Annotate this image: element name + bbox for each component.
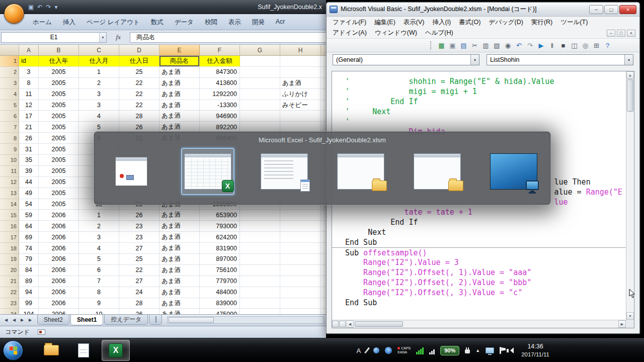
procedure-dropdown-arrow-icon[interactable]: ▼ [624, 55, 633, 65]
cell-C18[interactable]: 4 [79, 243, 119, 254]
sheet-tab-控えデータ[interactable]: 控えデータ [104, 315, 148, 325]
cell-A22[interactable]: 94 [19, 287, 39, 298]
cell-E6[interactable]: あま酒 [159, 111, 200, 122]
row-header-9[interactable]: 9 [0, 144, 19, 155]
cell-D19[interactable]: 25 [119, 254, 159, 265]
last-sheet-button[interactable]: ▶ [26, 316, 34, 324]
cell-E19[interactable]: あま酒 [159, 254, 200, 265]
vbe-menu-5[interactable]: 書式(O) [455, 17, 485, 28]
insert-userform-icon[interactable]: ▣ [448, 41, 457, 50]
cell-F5[interactable]: -13300 [200, 100, 240, 111]
cell-A19[interactable]: 79 [19, 254, 39, 265]
cell-F1[interactable]: 仕入金額 [200, 56, 240, 67]
clock[interactable]: 14:362017/11/11 [521, 342, 549, 358]
cell-D23[interactable]: 28 [119, 298, 159, 309]
code-vertical-scrollbar[interactable]: ▲ ▼ [626, 71, 634, 320]
help-icon[interactable]: ? [603, 41, 612, 50]
cell-E20[interactable]: あま酒 [159, 265, 200, 276]
cell-D15[interactable]: 26 [119, 210, 159, 221]
cell-C21[interactable]: 7 [79, 276, 119, 287]
action-center-flag-icon[interactable] [500, 347, 501, 354]
show-hidden-icons-button[interactable]: ▲ [475, 348, 480, 353]
row-header-17[interactable]: 17 [0, 232, 19, 243]
cell-D2[interactable]: 25 [119, 67, 159, 78]
redo-icon[interactable]: ↷ [525, 41, 535, 50]
row-header-23[interactable]: 23 [0, 298, 19, 309]
cell-F4[interactable]: 1292200 [200, 89, 240, 100]
procedure-dropdown[interactable]: ListShohin ▼ [487, 54, 633, 65]
cell-H23[interactable] [280, 298, 321, 309]
cell-H3[interactable]: あま酒 [280, 78, 321, 89]
cell-C4[interactable]: 3 [79, 89, 119, 100]
horizontal-scrollbar-thumb[interactable] [169, 317, 214, 323]
vbe-menu-10[interactable]: ウィンドウ(W) [371, 28, 421, 38]
cell-B19[interactable]: 2006 [39, 254, 79, 265]
cell-F15[interactable]: 653900 [200, 210, 240, 221]
project-explorer-icon[interactable]: ◫ [570, 41, 579, 50]
cell-C17[interactable]: 3 [79, 232, 119, 243]
column-header-D[interactable]: D [119, 45, 159, 55]
folder-window-thumbnail[interactable] [334, 148, 387, 195]
macro-record-icon[interactable] [38, 329, 45, 335]
cell-G20[interactable] [240, 265, 280, 276]
office-button[interactable] [4, 4, 24, 24]
break-icon[interactable]: ‖ [547, 41, 557, 50]
row-header-19[interactable]: 19 [0, 254, 19, 265]
insert-function-icon[interactable]: fx [107, 33, 130, 41]
volume-icon[interactable] [507, 347, 514, 353]
vbe-menu-6[interactable]: デバッグ(D) [485, 17, 527, 28]
column-header-A[interactable]: A [19, 45, 39, 55]
cell-H21[interactable] [280, 276, 321, 287]
row-header-6[interactable]: 6 [0, 111, 19, 122]
cell-D20[interactable]: 22 [119, 265, 159, 276]
vbe-menu-11[interactable]: ヘルプ(H) [421, 28, 457, 38]
cell-A24[interactable]: 104 [19, 309, 39, 314]
child-restore-button[interactable]: □ [617, 30, 625, 37]
cell-D6[interactable]: 28 [119, 111, 159, 122]
cell-G24[interactable] [240, 309, 280, 314]
vbe-menu-4[interactable]: 挿入(I) [428, 17, 455, 28]
cell-H19[interactable] [280, 254, 321, 265]
folder-window-2-thumbnail[interactable] [411, 148, 464, 195]
row-header-5[interactable]: 5 [0, 100, 19, 111]
formula-bar[interactable]: 商品名 [130, 32, 326, 43]
cell-D21[interactable]: 27 [119, 276, 159, 287]
cell-B14[interactable]: 2005 [39, 199, 79, 210]
cell-H4[interactable]: ふりかけ [280, 89, 321, 100]
caps-kana-indicator[interactable]: CAPSKANA [397, 346, 411, 355]
sheet-tab-Sheet1[interactable]: Sheet1 [70, 315, 103, 325]
vbe-menu-7[interactable]: 実行(R) [527, 17, 556, 28]
split-handle-1[interactable] [332, 321, 339, 327]
cell-B8[interactable]: 2005 [39, 133, 79, 144]
cell-A23[interactable]: 99 [19, 298, 39, 309]
cell-B16[interactable]: 2006 [39, 221, 79, 232]
cell-B12[interactable]: 2005 [39, 177, 79, 188]
cell-B22[interactable]: 2006 [39, 287, 79, 298]
cell-E22[interactable]: あま酒 [159, 287, 200, 298]
cell-A11[interactable]: 39 [19, 166, 39, 177]
close-button[interactable]: × [619, 5, 636, 14]
cell-G15[interactable] [240, 210, 280, 221]
copy-icon[interactable]: ▥ [481, 41, 491, 50]
cell-B18[interactable]: 2006 [39, 243, 79, 254]
cell-C16[interactable]: 2 [79, 221, 119, 232]
cell-B9[interactable]: 2005 [39, 144, 79, 155]
name-box[interactable]: E1 ▼ [1, 32, 107, 43]
row-header-12[interactable]: 12 [0, 177, 19, 188]
column-header-E[interactable]: E [159, 45, 200, 55]
cell-B3[interactable]: 2005 [39, 78, 79, 89]
horizontal-scrollbar[interactable] [167, 316, 324, 324]
cell-B24[interactable]: 2006 [39, 309, 79, 314]
row-header-8[interactable]: 8 [0, 133, 19, 144]
battery-indicator[interactable]: 90% [440, 346, 459, 355]
cell-F19[interactable]: 897000 [200, 254, 240, 265]
vbe-title-bar[interactable]: Microsoft Visual Basic - Sufif_JyokenDou… [327, 3, 639, 17]
cell-B15[interactable]: 2006 [39, 210, 79, 221]
qat-menu-arrow[interactable]: ▾ [54, 4, 57, 10]
cell-A2[interactable]: 3 [19, 67, 39, 78]
row-header-7[interactable]: 7 [0, 122, 19, 133]
display-icon[interactable] [486, 347, 494, 353]
row-header-18[interactable]: 18 [0, 243, 19, 254]
sheet-tab-Sheet2[interactable]: Sheet2 [37, 315, 69, 325]
cell-H1[interactable] [280, 56, 321, 67]
